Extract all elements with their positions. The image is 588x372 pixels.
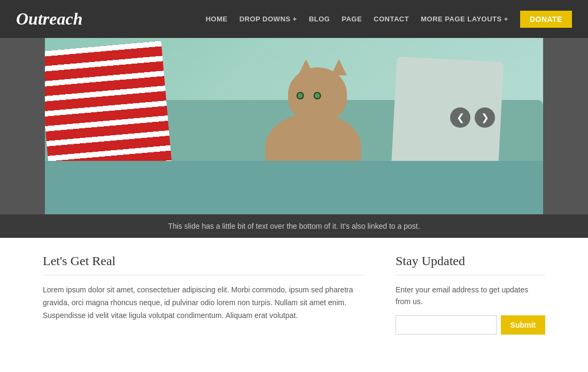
stay-updated-description: Enter your email address to get updates … — [396, 284, 545, 308]
nav-more[interactable]: MORE PAGE LAYOUTS + — [421, 15, 508, 23]
donate-button[interactable]: DONATE — [520, 11, 572, 28]
email-form: Submit — [396, 315, 545, 335]
nav: HOME DROP DOWNS + BLOG PAGE CONTACT MORE… — [206, 11, 572, 28]
nav-contact[interactable]: CONTACT — [374, 15, 409, 23]
right-section-title: Stay Updated — [396, 254, 545, 268]
submit-button[interactable]: Submit — [501, 315, 545, 335]
sofa-seat — [45, 161, 543, 214]
slider-arrows: ❮ ❯ — [450, 107, 495, 128]
logo: Outreach — [16, 9, 82, 29]
nav-page[interactable]: PAGE — [342, 15, 362, 23]
left-section: Let's Get Real Lorem ipsum dolor sit ame… — [43, 254, 363, 335]
email-input[interactable] — [396, 315, 497, 335]
slider-image: ❮ ❯ — [45, 38, 543, 214]
left-section-text: Lorem ipsum dolor sit amet, consectetuer… — [43, 284, 363, 322]
next-arrow[interactable]: ❯ — [475, 107, 495, 128]
main-content: Let's Get Real Lorem ipsum dolor sit ame… — [0, 238, 588, 351]
prev-arrow[interactable]: ❮ — [450, 107, 470, 128]
nav-dropdowns[interactable]: DROP DOWNS + — [239, 15, 297, 23]
nav-blog[interactable]: BLOG — [309, 15, 330, 23]
slide-caption: This slide has a little bit of text over… — [0, 214, 588, 238]
slider: ❮ ❯ This slide has a little bit of text … — [0, 38, 588, 238]
cat-eyes — [297, 92, 321, 99]
header: Outreach HOME DROP DOWNS + BLOG PAGE CON… — [0, 0, 588, 38]
right-divider — [396, 275, 545, 275]
cat-eye-left — [297, 92, 304, 99]
left-divider — [43, 275, 363, 275]
nav-home[interactable]: HOME — [206, 15, 228, 23]
right-section: Stay Updated Enter your email address to… — [396, 254, 545, 335]
left-section-title: Let's Get Real — [43, 254, 363, 268]
cat-eye-right — [314, 92, 321, 99]
